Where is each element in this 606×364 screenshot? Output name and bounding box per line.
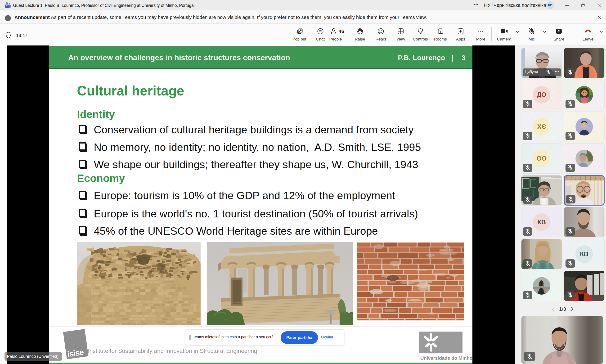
- svg-text:T: T: [6, 5, 8, 7]
